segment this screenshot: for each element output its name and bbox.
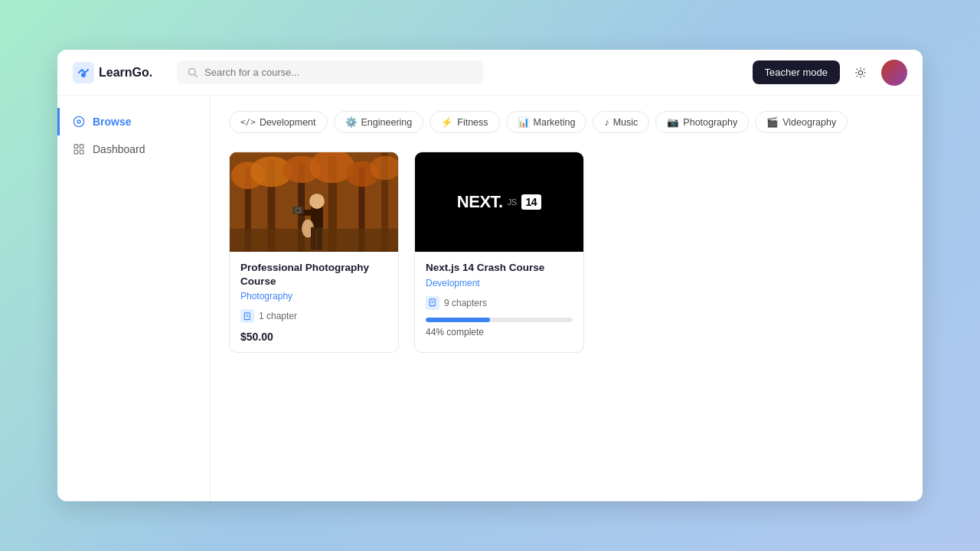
svg-rect-18 (80, 150, 83, 154)
search-input[interactable] (204, 67, 472, 78)
svg-point-1 (81, 73, 86, 77)
dashboard-icon (73, 143, 85, 155)
course-meta-nextjs: 9 chapters (426, 296, 573, 310)
svg-rect-42 (230, 153, 398, 252)
svg-line-3 (194, 74, 197, 77)
search-icon (188, 67, 198, 78)
category-photography-label: Photography (683, 117, 737, 128)
svg-line-10 (864, 75, 864, 76)
svg-point-13 (74, 116, 83, 126)
svg-line-12 (864, 68, 864, 69)
category-pill-development[interactable]: </> Development (229, 111, 328, 133)
sidebar-item-browse[interactable]: Browse (57, 108, 210, 135)
logo-icon (73, 62, 94, 83)
nextjs-version-badge: 14 (521, 194, 542, 210)
category-pill-fitness[interactable]: ⚡ Fitness (430, 111, 499, 133)
category-filter-bar: </> Development ⚙️ Engineering ⚡ Fitness… (229, 111, 904, 133)
course-card-nextjs[interactable]: NEXT. JS 14 Next.js 14 Crash Course Deve… (414, 152, 584, 353)
fitness-icon: ⚡ (441, 116, 453, 128)
browse-icon (73, 116, 85, 128)
photography-icon: 📷 (667, 116, 679, 128)
category-music-label: Music (613, 117, 639, 128)
course-meta-photography: 1 chapter (240, 309, 387, 323)
category-development-label: Development (260, 117, 316, 128)
progress-bar-fill (426, 318, 490, 322)
course-thumbnail-photography (230, 152, 398, 252)
svg-rect-16 (80, 145, 83, 148)
main-layout: Browse Dashboard </> Development (57, 96, 923, 501)
category-engineering-label: Engineering (361, 117, 413, 128)
course-title-nextjs: Next.js 14 Crash Course (426, 261, 573, 275)
svg-line-11 (857, 75, 858, 76)
chapters-count-photography: 1 chapter (259, 311, 297, 321)
category-pill-photography[interactable]: 📷 Photography (655, 111, 749, 133)
svg-line-9 (857, 68, 858, 69)
sun-icon (854, 67, 867, 79)
category-pill-videography[interactable]: 🎬 Videography (755, 111, 848, 133)
sidebar-dashboard-label: Dashboard (93, 143, 145, 155)
course-grid: Professional Photography Course Photogra… (229, 152, 904, 353)
category-pill-engineering[interactable]: ⚙️ Engineering (334, 111, 424, 133)
nextjs-text: NEXT. (457, 192, 503, 212)
chapters-count-nextjs: 9 chapters (444, 298, 487, 308)
sidebar: Browse Dashboard (57, 96, 211, 501)
theme-toggle-button[interactable] (848, 60, 874, 86)
nextjs-logo: NEXT. JS 14 (457, 192, 541, 212)
nextjs-js: JS (508, 197, 517, 207)
category-pill-marketing[interactable]: 📊 Marketing (506, 111, 587, 133)
svg-point-14 (77, 120, 80, 123)
course-thumbnail-nextjs: NEXT. JS 14 (415, 152, 583, 252)
teacher-mode-button[interactable]: Teacher mode (753, 60, 840, 84)
progress-text-nextjs: 44% complete (426, 327, 573, 337)
header: LearnGo. Teacher mode (57, 50, 923, 96)
content-area: </> Development ⚙️ Engineering ⚡ Fitness… (211, 96, 923, 501)
app-window: LearnGo. Teacher mode (57, 50, 923, 501)
category-pill-music[interactable]: ♪ Music (593, 111, 649, 133)
development-icon: </> (240, 117, 256, 127)
category-fitness-label: Fitness (457, 117, 488, 128)
book-icon-photography (240, 309, 254, 323)
course-card-photography[interactable]: Professional Photography Course Photogra… (229, 152, 399, 353)
sidebar-browse-label: Browse (93, 116, 132, 128)
logo[interactable]: LearnGo. (73, 62, 165, 83)
search-bar[interactable] (177, 60, 483, 84)
videography-icon: 🎬 (766, 116, 779, 128)
course-info-photography: Professional Photography Course Photogra… (230, 252, 398, 352)
progress-bar-container (426, 318, 573, 322)
course-category-photography: Photography (240, 291, 387, 302)
marketing-icon: 📊 (518, 116, 530, 128)
sidebar-item-dashboard[interactable]: Dashboard (57, 135, 210, 163)
music-icon: ♪ (604, 117, 609, 128)
engineering-icon: ⚙️ (345, 116, 358, 128)
photography-thumbnail-svg (230, 152, 398, 252)
course-price-photography: $50.00 (240, 331, 387, 343)
category-videography-label: Videography (782, 117, 836, 128)
book-icon-nextjs (426, 296, 439, 310)
category-marketing-label: Marketing (534, 117, 576, 128)
svg-rect-17 (74, 150, 78, 154)
svg-rect-15 (74, 145, 78, 148)
course-category-nextjs: Development (426, 278, 573, 289)
course-info-nextjs: Next.js 14 Crash Course Development 9 ch (415, 252, 583, 347)
header-right: Teacher mode (753, 60, 907, 86)
svg-point-4 (858, 70, 862, 74)
course-title-photography: Professional Photography Course (240, 261, 387, 288)
user-avatar[interactable] (881, 60, 907, 86)
logo-text: LearnGo. (99, 66, 152, 80)
